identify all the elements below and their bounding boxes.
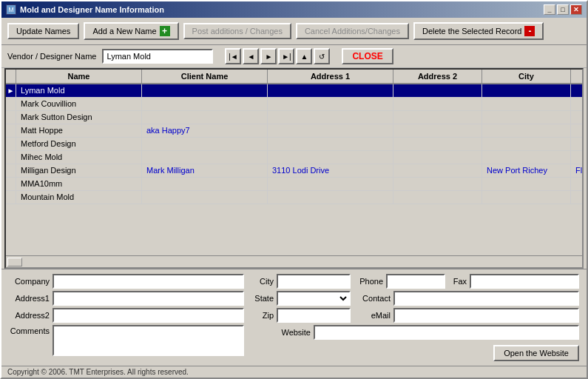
- zip-input[interactable]: [277, 308, 351, 323]
- vendor-name-input[interactable]: [102, 49, 213, 64]
- row-city: [482, 98, 571, 110]
- website-input[interactable]: [314, 325, 579, 340]
- contact-input[interactable]: [393, 291, 579, 306]
- company-input[interactable]: [53, 274, 244, 289]
- city-input[interactable]: [277, 274, 351, 289]
- table-row[interactable]: Matt Hoppe aka Happy7: [6, 124, 582, 138]
- row-addr1: [268, 151, 393, 164]
- row-state: [571, 124, 582, 137]
- delete-record-button[interactable]: Delete the Selected Record -: [413, 22, 544, 40]
- row-client: [142, 84, 268, 97]
- table-row[interactable]: Mountain Mold: [6, 191, 582, 204]
- address1-row: Address1: [9, 291, 244, 306]
- grid-body: ► Lyman Mold Mark Couvillion: [6, 84, 582, 255]
- maximize-button[interactable]: □: [557, 4, 569, 15]
- add-new-name-button[interactable]: Add a New Name +: [84, 22, 178, 40]
- row-name: MMA10mm: [16, 178, 142, 190]
- table-row[interactable]: ► Lyman Mold: [6, 84, 582, 98]
- row-addr2: [393, 191, 482, 204]
- minimize-button[interactable]: _: [544, 4, 555, 15]
- data-grid: Name Client Name Address 1 Address 2 Cit…: [4, 68, 584, 269]
- vendor-label: Vendor / Designer Name: [7, 52, 96, 61]
- row-addr2: [393, 111, 482, 124]
- row-state: [571, 84, 582, 97]
- row-city: [482, 151, 571, 164]
- address2-input[interactable]: [53, 308, 244, 323]
- row-addr1: [268, 191, 393, 204]
- toolbar: Update Names Add a New Name + Post addit…: [1, 18, 587, 45]
- row-name: Matt Hoppe: [16, 124, 142, 137]
- row-client: [142, 178, 268, 190]
- col-name: Name: [16, 70, 142, 84]
- row-addr1: [268, 98, 393, 110]
- row-city: [482, 178, 571, 190]
- col-indicator: [6, 70, 16, 84]
- comments-row: Comments: [9, 325, 244, 356]
- main-window: M Mold and Designer Name Information _ □…: [0, 0, 588, 379]
- col-addr2: Address 2: [393, 70, 482, 84]
- row-name: Mark Sutton Design: [16, 111, 142, 124]
- table-row[interactable]: Milligan Design Mark Milligan 3110 Lodi …: [6, 164, 582, 178]
- row-client: Mark Milligan: [142, 164, 268, 177]
- horizontal-scrollbar[interactable]: [6, 255, 582, 267]
- table-row[interactable]: Mark Couvillion: [6, 98, 582, 111]
- row-addr1: [268, 111, 393, 124]
- table-row[interactable]: Metford Design: [6, 138, 582, 151]
- row-addr2: [393, 124, 482, 137]
- row-city: [482, 138, 571, 150]
- row-client: [142, 151, 268, 164]
- fax-label: Fax: [448, 277, 467, 286]
- phone-label: Phone: [354, 277, 383, 286]
- email-label: eMail: [354, 311, 391, 320]
- email-input[interactable]: [393, 308, 579, 323]
- open-website-button[interactable]: Open the Website: [493, 345, 579, 361]
- address1-label: Address1: [9, 294, 50, 303]
- add-name-label: Add a New Name: [92, 27, 156, 36]
- nav-prev-button[interactable]: ◄: [243, 48, 259, 64]
- table-row[interactable]: Mark Sutton Design: [6, 111, 582, 124]
- title-bar: M Mold and Designer Name Information _ □…: [1, 1, 587, 18]
- nav-next-button[interactable]: ►: [260, 48, 277, 64]
- status-bar: Copyright © 2006. TMT Enterprises. All r…: [1, 366, 587, 378]
- row-addr2: [393, 164, 482, 177]
- row-client: aka Happy7: [142, 124, 268, 137]
- comments-textarea[interactable]: [53, 325, 244, 356]
- row-indicator: [6, 124, 16, 137]
- address1-input[interactable]: [53, 291, 244, 306]
- row-client: [142, 111, 268, 124]
- nav-up-button[interactable]: ▲: [296, 48, 312, 64]
- cancel-button[interactable]: Cancel Additions/Changes: [296, 23, 409, 39]
- comments-label: Comments: [9, 326, 50, 335]
- row-city: [482, 111, 571, 124]
- row-indicator: [6, 164, 16, 177]
- row-name: Mark Couvillion: [16, 98, 142, 110]
- nav-last-button[interactable]: ►|: [278, 48, 294, 64]
- phone-input[interactable]: [386, 274, 445, 289]
- detail-form: Company Address1 Address2 Comments: [1, 269, 587, 366]
- row-state: Florida: [571, 164, 582, 177]
- nav-refresh-button[interactable]: ↺: [314, 48, 330, 64]
- row-addr1: [268, 84, 393, 97]
- vendor-row: Vendor / Designer Name |◄ ◄ ► ►| ▲ ↺ CLO…: [1, 45, 587, 68]
- nav-first-button[interactable]: |◄: [225, 48, 241, 64]
- update-names-button[interactable]: Update Names: [7, 23, 79, 39]
- row-addr2: [393, 98, 482, 110]
- row-addr2: [393, 151, 482, 164]
- window-close-button[interactable]: ✕: [570, 4, 582, 15]
- close-button[interactable]: CLOSE: [342, 48, 393, 64]
- address2-label: Address2: [9, 311, 50, 320]
- post-button[interactable]: Post additions / Changes: [183, 23, 291, 39]
- table-row[interactable]: Mihec Mold: [6, 151, 582, 164]
- row-indicator: [6, 111, 16, 124]
- row-name: Metford Design: [16, 138, 142, 150]
- row-addr1: 3110 Lodi Drive: [268, 164, 393, 177]
- row-client: [142, 191, 268, 204]
- fax-input[interactable]: [470, 274, 579, 289]
- table-row[interactable]: MMA10mm: [6, 178, 582, 191]
- scroll-thumb[interactable]: [7, 258, 22, 266]
- state-label: State: [251, 294, 274, 303]
- row-state: [571, 98, 582, 110]
- city-label: City: [251, 277, 274, 286]
- zip-email-row: Zip eMail: [251, 308, 579, 323]
- state-select[interactable]: [277, 291, 351, 306]
